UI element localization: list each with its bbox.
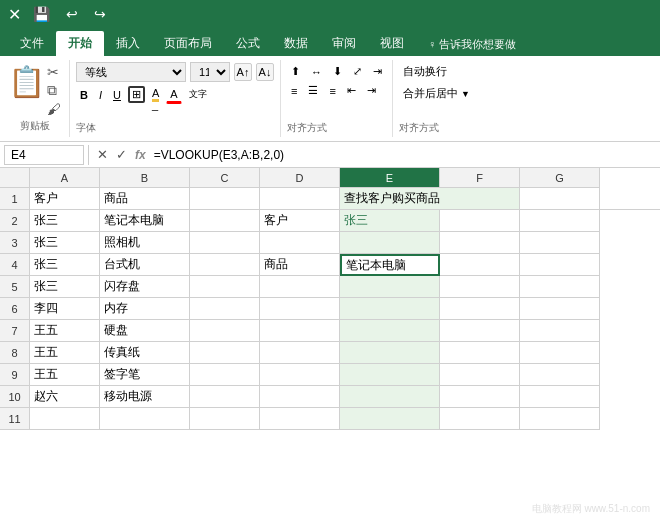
cell-c7[interactable] (190, 320, 260, 342)
paste-button[interactable]: 📋 (8, 64, 45, 99)
tab-review[interactable]: 审阅 (320, 31, 368, 56)
cell-e8[interactable] (340, 342, 440, 364)
cell-g1[interactable] (600, 188, 660, 210)
cell-a5[interactable]: 张三 (30, 276, 100, 298)
col-header-c[interactable]: C (190, 168, 260, 188)
indent-button[interactable]: ⇥ (369, 63, 386, 80)
col-header-g[interactable]: G (520, 168, 600, 188)
cell-a8[interactable]: 王五 (30, 342, 100, 364)
increase-indent-button[interactable]: ⇥ (363, 82, 380, 99)
formula-input[interactable] (150, 148, 656, 162)
cell-g7[interactable] (520, 320, 600, 342)
cell-b11[interactable] (100, 408, 190, 430)
cell-b7[interactable]: 硬盘 (100, 320, 190, 342)
col-header-e[interactable]: E (340, 168, 440, 188)
cell-f2[interactable] (440, 210, 520, 232)
cell-e2[interactable]: 张三 (340, 210, 440, 232)
redo-icon[interactable]: ↪ (90, 6, 110, 22)
cell-c3[interactable] (190, 232, 260, 254)
format-painter-button[interactable]: 🖌 (47, 101, 61, 117)
col-header-f[interactable]: F (440, 168, 520, 188)
cell-g10[interactable] (520, 386, 600, 408)
cell-f6[interactable] (440, 298, 520, 320)
cell-d7[interactable] (260, 320, 340, 342)
cell-a7[interactable]: 王五 (30, 320, 100, 342)
tab-formula[interactable]: 公式 (224, 31, 272, 56)
align-center-button[interactable]: ☰ (304, 82, 322, 99)
bold-button[interactable]: B (76, 87, 92, 103)
cut-button[interactable]: ✂ (47, 64, 61, 80)
cell-f1[interactable] (520, 188, 600, 210)
cell-f10[interactable] (440, 386, 520, 408)
cell-f3[interactable] (440, 232, 520, 254)
cell-b5[interactable]: 闪存盘 (100, 276, 190, 298)
cell-d6[interactable] (260, 298, 340, 320)
cell-d8[interactable] (260, 342, 340, 364)
cell-e9[interactable] (340, 364, 440, 386)
wrap-text-button[interactable]: 自动换行 (399, 62, 451, 81)
col-header-d[interactable]: D (260, 168, 340, 188)
cell-d4[interactable]: 商品 (260, 254, 340, 276)
underline-button[interactable]: U (109, 87, 125, 103)
align-left-button[interactable]: ≡ (287, 83, 301, 99)
cell-c6[interactable] (190, 298, 260, 320)
cell-f5[interactable] (440, 276, 520, 298)
decrease-indent-button[interactable]: ⇤ (343, 82, 360, 99)
cancel-formula-button[interactable]: ✕ (93, 147, 112, 162)
cell-f9[interactable] (440, 364, 520, 386)
cell-e4[interactable]: 笔记本电脑 (340, 254, 440, 276)
cell-c11[interactable] (190, 408, 260, 430)
border-button[interactable]: ⊞ (128, 86, 145, 103)
cell-a2[interactable]: 张三 (30, 210, 100, 232)
tab-data[interactable]: 数据 (272, 31, 320, 56)
cell-g11[interactable] (520, 408, 600, 430)
align-bottom-button[interactable]: ⬇ (329, 63, 346, 80)
cell-b8[interactable]: 传真纸 (100, 342, 190, 364)
select-all-button[interactable] (0, 168, 30, 188)
align-top-button[interactable]: ⬆ (287, 63, 304, 80)
tab-help[interactable]: ♀ 告诉我你想要做 (416, 33, 528, 56)
cell-c2[interactable] (190, 210, 260, 232)
align-right-button[interactable]: ≡ (325, 83, 339, 99)
cell-d2[interactable]: 客户 (260, 210, 340, 232)
cell-c4[interactable] (190, 254, 260, 276)
cell-b10[interactable]: 移动电源 (100, 386, 190, 408)
cell-d3[interactable] (260, 232, 340, 254)
cell-g6[interactable] (520, 298, 600, 320)
cell-b4[interactable]: 台式机 (100, 254, 190, 276)
tab-file[interactable]: 文件 (8, 31, 56, 56)
cell-a1[interactable]: 客户 (30, 188, 100, 210)
cell-d5[interactable] (260, 276, 340, 298)
cell-reference-input[interactable] (4, 145, 84, 165)
cell-b1[interactable]: 商品 (100, 188, 190, 210)
merge-cells-button[interactable]: 合并后居中 ▼ (399, 84, 474, 103)
font-size-select[interactable]: 11 (190, 62, 230, 82)
align-middle-button[interactable]: ↔ (307, 64, 326, 80)
subscript-button[interactable]: 文字 (185, 86, 211, 103)
cell-e6[interactable] (340, 298, 440, 320)
cell-a10[interactable]: 赵六 (30, 386, 100, 408)
tab-home[interactable]: 开始 (56, 31, 104, 56)
undo-icon[interactable]: ↩ (62, 6, 82, 22)
cell-d1[interactable] (260, 188, 340, 210)
cell-a6[interactable]: 李四 (30, 298, 100, 320)
increase-font-size[interactable]: A↑ (234, 63, 252, 81)
cell-f11[interactable] (440, 408, 520, 430)
cell-a11[interactable] (30, 408, 100, 430)
cell-e11[interactable] (340, 408, 440, 430)
copy-button[interactable]: ⧉ (47, 82, 61, 99)
cell-f4[interactable] (440, 254, 520, 276)
cell-d10[interactable] (260, 386, 340, 408)
italic-button[interactable]: I (95, 87, 106, 103)
tab-insert[interactable]: 插入 (104, 31, 152, 56)
font-name-select[interactable]: 等线 (76, 62, 186, 82)
cell-b3[interactable]: 照相机 (100, 232, 190, 254)
merge-dropdown-icon[interactable]: ▼ (461, 89, 470, 99)
cell-g2[interactable] (520, 210, 600, 232)
cell-c8[interactable] (190, 342, 260, 364)
cell-e3[interactable] (340, 232, 440, 254)
cell-f7[interactable] (440, 320, 520, 342)
fill-color-button[interactable]: A_ (148, 85, 163, 104)
cell-b6[interactable]: 内存 (100, 298, 190, 320)
cell-e5[interactable] (340, 276, 440, 298)
